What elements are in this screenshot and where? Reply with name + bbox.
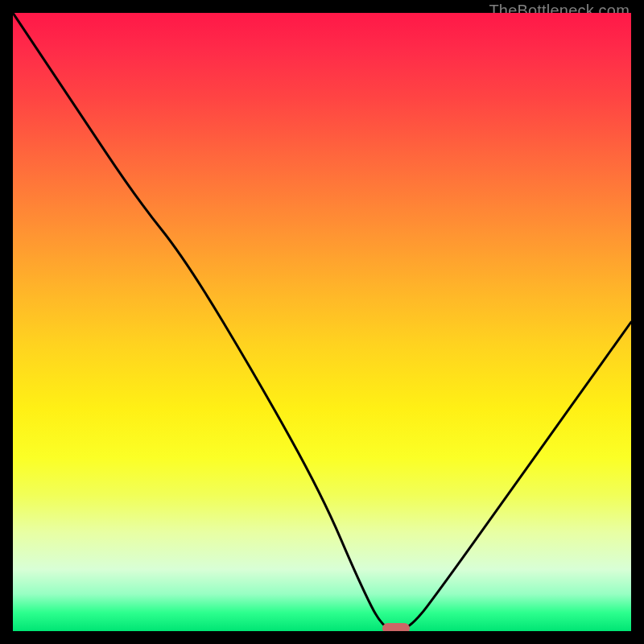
optimal-marker: [382, 623, 411, 631]
plot-area: [13, 13, 631, 631]
bottleneck-curve: [13, 13, 631, 631]
chart-frame: TheBottleneck.com: [0, 0, 644, 644]
